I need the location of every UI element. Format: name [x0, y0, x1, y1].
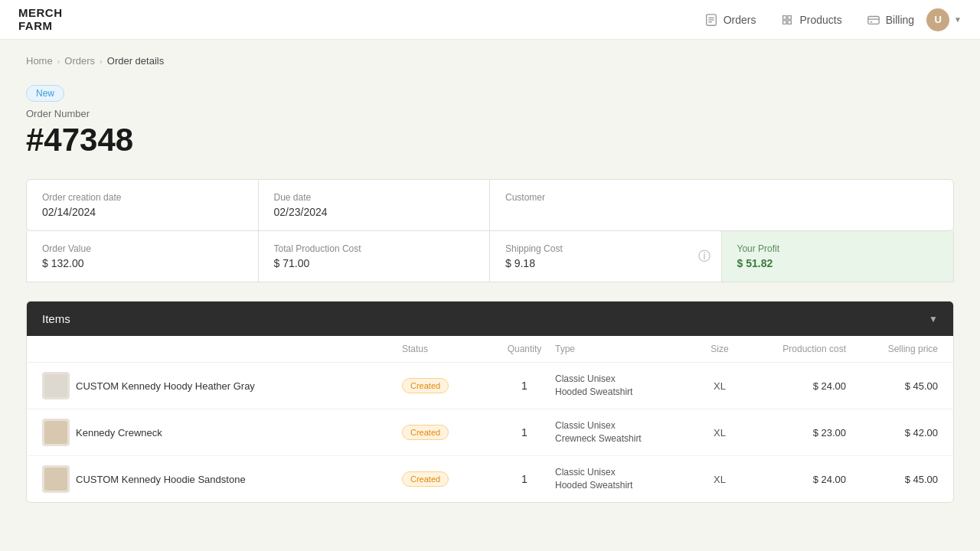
svg-rect-9 — [44, 421, 67, 444]
col-selling-price: Selling price — [846, 344, 938, 354]
product-name: CUSTOM Kennedy Hoody Heather Gray — [73, 380, 402, 392]
order-value-value: $ 132.00 — [42, 257, 243, 269]
product-size: XL — [693, 474, 746, 485]
product-thumb: 👕 — [42, 465, 70, 493]
order-value-card: Order Value $ 132.00 — [27, 231, 259, 282]
product-thumb: 👕 — [42, 372, 70, 399]
profit-value: $ 51.82 — [737, 257, 939, 269]
breadcrumb-current: Order details — [107, 55, 164, 67]
orders-icon — [704, 13, 718, 27]
creation-date-value: 02/14/2024 — [42, 206, 243, 218]
customer-card: Customer — [490, 180, 953, 230]
product-size: XL — [693, 380, 746, 392]
nav-orders[interactable]: Orders — [704, 13, 756, 27]
billing-icon — [867, 13, 880, 27]
product-selling-price: $ 45.00 — [846, 474, 938, 485]
product-production-cost: $ 23.00 — [746, 427, 846, 439]
products-icon — [780, 13, 794, 27]
order-info-row: Order creation date 02/14/2024 Due date … — [26, 179, 954, 231]
product-quantity: 1 — [494, 473, 555, 485]
breadcrumb-sep2: › — [100, 57, 103, 66]
product-status: Created — [402, 425, 494, 440]
svg-rect-11 — [44, 468, 67, 491]
header: MERCH FARM Orders Products Billin — [0, 0, 980, 40]
product-status: Created — [402, 378, 494, 393]
shipping-cost-card: Shipping Cost $ 9.18 ⓘ — [490, 231, 722, 282]
shipping-cost-label: Shipping Cost — [505, 243, 706, 254]
page-content: Home › Orders › Order details New Order … — [8, 40, 972, 518]
items-header: Items ▼ — [27, 302, 953, 336]
product-thumb: 👚 — [42, 419, 70, 446]
table-row: 👕 CUSTOM Kennedy Hoody Heather Gray Crea… — [27, 363, 953, 409]
col-status: Status — [402, 344, 494, 354]
col-size: Size — [693, 344, 746, 354]
items-collapse-chevron[interactable]: ▼ — [929, 314, 938, 324]
order-number-label: Order Number — [26, 108, 954, 119]
table-row: 👚 Kennedy Crewneck Created 1 Classic Uni… — [27, 409, 953, 456]
col-type: Type — [555, 344, 693, 354]
logo[interactable]: MERCH FARM — [18, 7, 63, 32]
production-cost-value: $ 71.00 — [274, 257, 475, 269]
status-badge-created: Created — [402, 471, 449, 487]
product-type: Classic Unisex Crewneck Sweatshirt — [555, 419, 693, 445]
profit-card: Your Profit $ 51.82 — [722, 231, 954, 282]
due-date-label: Due date — [274, 192, 475, 203]
order-number: #47348 — [26, 122, 954, 158]
table-header: Status Quantity Type Size Production cos… — [27, 336, 953, 363]
chevron-down-icon: ▼ — [954, 15, 962, 24]
status-badge-created: Created — [402, 425, 449, 440]
production-cost-card: Total Production Cost $ 71.00 — [259, 231, 491, 282]
nav-products[interactable]: Products — [780, 13, 841, 27]
customer-label: Customer — [505, 192, 938, 203]
items-section: Items ▼ Status Quantity Type Size Produc… — [26, 301, 954, 503]
production-cost-label: Total Production Cost — [274, 243, 475, 254]
product-quantity: 1 — [494, 426, 555, 439]
col-thumb — [42, 344, 73, 354]
order-status-badge: New — [26, 85, 64, 102]
col-production-cost: Production cost — [746, 344, 846, 354]
due-date-value: 02/23/2024 — [274, 206, 475, 218]
product-type: Classic Unisex Hooded Sweatshirt — [555, 373, 693, 399]
breadcrumb-home[interactable]: Home — [26, 55, 53, 67]
col-name — [73, 344, 402, 354]
due-date-card: Due date 02/23/2024 — [259, 180, 491, 230]
creation-date-card: Order creation date 02/14/2024 — [27, 180, 259, 230]
breadcrumb-orders[interactable]: Orders — [64, 55, 95, 67]
product-selling-price: $ 42.00 — [846, 427, 938, 439]
shipping-cost-value: $ 9.18 — [505, 257, 706, 269]
items-header-label: Items — [42, 312, 70, 325]
product-type: Classic Unisex Hooded Sweatshirt — [555, 466, 693, 492]
product-status: Created — [402, 471, 494, 487]
product-selling-price: $ 45.00 — [846, 380, 938, 392]
product-production-cost: $ 24.00 — [746, 474, 846, 485]
product-name: CUSTOM Kennedy Hoodie Sandstone — [73, 474, 402, 485]
breadcrumb-sep1: › — [57, 57, 60, 66]
product-name: Kennedy Crewneck — [73, 427, 402, 439]
avatar: U — [926, 8, 949, 31]
product-size: XL — [693, 427, 746, 439]
status-badge-created: Created — [402, 378, 449, 393]
order-value-label: Order Value — [42, 243, 243, 254]
breadcrumb: Home › Orders › Order details — [26, 55, 954, 67]
user-menu[interactable]: U ▼ — [926, 8, 962, 31]
profit-label: Your Profit — [737, 243, 939, 254]
svg-rect-7 — [44, 374, 67, 397]
main-nav: Orders Products Billing — [704, 13, 914, 27]
col-quantity: Quantity — [494, 344, 555, 354]
metrics-row: Order Value $ 132.00 Total Production Co… — [26, 231, 954, 282]
table-row: 👕 CUSTOM Kennedy Hoodie Sandstone Create… — [27, 456, 953, 502]
creation-date-label: Order creation date — [42, 192, 243, 203]
product-production-cost: $ 24.00 — [746, 380, 846, 392]
svg-rect-4 — [868, 16, 879, 24]
product-quantity: 1 — [494, 380, 555, 392]
shipping-info-icon[interactable]: ⓘ — [698, 249, 710, 265]
nav-billing[interactable]: Billing — [867, 13, 914, 27]
